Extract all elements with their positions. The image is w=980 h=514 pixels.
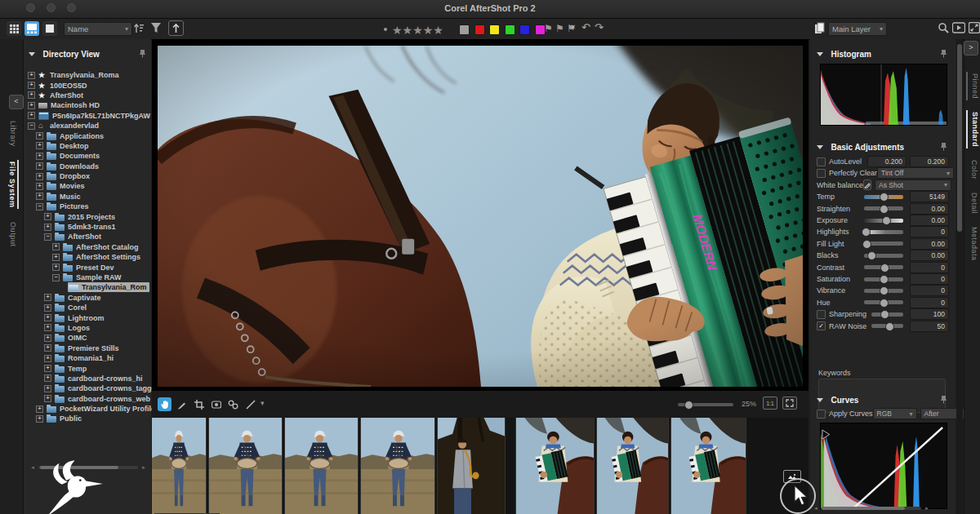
expand-toggle-icon[interactable]: + [28, 91, 35, 99]
fit-screen-icon[interactable] [782, 397, 797, 410]
checkbox[interactable] [817, 157, 826, 166]
expand-toggle-icon[interactable]: + [36, 183, 43, 190]
search-icon[interactable] [938, 22, 949, 38]
tree-item-logos[interactable]: +Logos [24, 323, 151, 333]
filter-icon[interactable] [150, 22, 162, 38]
highlights-slider[interactable] [864, 230, 903, 234]
star-icon[interactable]: ★ [403, 24, 413, 37]
hue-value[interactable]: 0 [910, 297, 949, 308]
fill-light-value[interactable]: 0.00 [910, 238, 949, 250]
tree-item-pocketwizard-utility-profiles[interactable]: +PocketWizard Utility Profiles [24, 404, 151, 414]
brush-tool-icon[interactable] [175, 397, 189, 411]
flag-pick-icon[interactable]: ⚑ [544, 23, 553, 34]
fill-light-slider-knob[interactable] [862, 240, 871, 249]
single-view-icon[interactable] [42, 21, 57, 36]
pin-icon[interactable] [940, 392, 947, 401]
saturation-slider[interactable] [864, 277, 903, 281]
highlights-value[interactable]: 0 [910, 226, 949, 237]
perfectly-clear-dropdown[interactable]: Tint Off▾ [877, 167, 954, 179]
panel-tab-metadata[interactable]: Metadata [967, 225, 979, 263]
scroll-left-icon[interactable]: ◄ [30, 465, 35, 470]
tools-chevron-down-icon[interactable]: ▾ [261, 399, 265, 407]
layers-icon[interactable] [814, 22, 825, 38]
tree-item-public[interactable]: +Public [24, 414, 151, 423]
flag-reject-icon[interactable]: ⚑ [555, 23, 564, 34]
contrast-value[interactable]: 0 [910, 262, 949, 273]
blacks-slider[interactable] [864, 254, 903, 258]
contrast-slider-knob[interactable] [880, 264, 889, 273]
expand-toggle-icon[interactable]: + [36, 193, 43, 200]
sharpening-value[interactable]: 100 [910, 308, 949, 320]
collapse-triangle-icon[interactable] [817, 398, 823, 402]
tree-item-aftershot[interactable]: −AfterShot [24, 232, 151, 241]
tree-item-oimc[interactable]: +OIMC [24, 333, 151, 343]
tree-item-sample-raw[interactable]: −Sample RAW [24, 273, 151, 282]
expand-toggle-icon[interactable]: + [52, 264, 60, 271]
scroll-right-icon[interactable]: ► [924, 506, 929, 511]
star-icon[interactable]: ★ [392, 24, 403, 37]
panel-collapse-button[interactable]: > [964, 41, 978, 55]
image-viewer[interactable]: MODERN [152, 39, 808, 390]
panel-tab-color[interactable]: Color [967, 158, 979, 181]
curves-channel-dropdown[interactable]: RGB▾ [873, 408, 917, 419]
expand-toggle-icon[interactable]: + [36, 162, 43, 170]
checkbox[interactable]: ✓ [817, 321, 826, 330]
fullscreen-icon[interactable] [969, 22, 980, 37]
star-icon[interactable]: ★ [433, 24, 443, 37]
color-swatch-2[interactable] [474, 24, 485, 35]
straighten-slider[interactable] [864, 206, 903, 210]
exposure-slider[interactable] [864, 219, 903, 223]
expand-toggle-icon[interactable]: + [44, 304, 51, 312]
curves-display[interactable] [820, 423, 947, 509]
star-icon[interactable]: ★ [423, 24, 434, 37]
tree-item-corel[interactable]: +Corel [24, 303, 151, 312]
vibrance-slider[interactable] [864, 289, 903, 293]
sharpening-slider-knob[interactable] [880, 310, 889, 319]
tree-item-music[interactable]: +Music [24, 192, 151, 202]
filmstrip-thumbnail-5-sax[interactable] [438, 418, 505, 514]
sidebar-tab-file-system[interactable]: File System [4, 160, 19, 210]
saturation-value[interactable]: 0 [910, 273, 949, 285]
tree-item-2015-projects[interactable]: +2015 Projects [24, 211, 151, 221]
vibrance-slider-knob[interactable] [880, 286, 889, 295]
zoom-slider[interactable] [678, 403, 733, 406]
raw-noise-slider-knob[interactable] [885, 322, 894, 331]
panel-tab-standard[interactable]: Standard [966, 110, 980, 148]
sidebar-tab-library[interactable]: Library [5, 119, 18, 148]
white-balance-dropdown[interactable]: As Shot▾ [875, 179, 951, 191]
crop-tool-icon[interactable] [192, 397, 206, 411]
tree-item-downloads[interactable]: +Downloads [24, 162, 151, 171]
expand-toggle-icon[interactable]: + [44, 324, 51, 331]
expand-toggle-icon[interactable]: + [28, 102, 35, 109]
tree-item-aftershot-catalog[interactable]: +AfterShot Catalog [24, 242, 151, 252]
eyedropper-icon[interactable] [863, 179, 871, 190]
contrast-slider[interactable] [864, 265, 903, 269]
scroll-right-icon[interactable]: ► [141, 465, 146, 470]
temp-slider[interactable] [864, 195, 903, 199]
expand-toggle-icon[interactable]: + [44, 374, 51, 382]
hue-slider[interactable] [864, 300, 903, 304]
tree-item-preset-dev[interactable]: +Preset Dev [24, 262, 151, 272]
undo-icon[interactable]: ↶ [581, 21, 590, 33]
expand-toggle-icon[interactable]: + [44, 294, 51, 301]
layer-selector-dropdown[interactable]: Main Layer▾ [828, 22, 887, 36]
collapse-triangle-icon[interactable] [29, 52, 35, 56]
autolevel-value-2[interactable]: 0.200 [910, 156, 949, 167]
panel-horizontal-scrollbar[interactable]: ◄ ► [813, 506, 929, 512]
tree-item-temp[interactable]: +Temp [24, 363, 151, 373]
export-icon[interactable] [168, 20, 184, 36]
flag-clear-icon[interactable]: ⚑✕ [567, 23, 576, 34]
redeye-tool-icon[interactable] [209, 397, 223, 411]
raw-noise-value[interactable]: 50 [910, 321, 949, 332]
clone-tool-icon[interactable] [226, 397, 240, 411]
straighten-tool-icon[interactable] [243, 397, 257, 411]
collapse-triangle-icon[interactable] [817, 52, 823, 56]
pin-icon[interactable] [940, 47, 947, 55]
panel-tab-detail[interactable]: Detail [967, 191, 979, 215]
hue-slider-knob[interactable] [880, 299, 889, 308]
expand-toggle-icon[interactable]: + [52, 243, 60, 250]
expand-toggle-icon[interactable]: + [44, 213, 51, 220]
expand-toggle-icon[interactable]: − [28, 122, 35, 130]
expand-toggle-icon[interactable]: + [28, 82, 35, 89]
fill-light-slider[interactable] [864, 241, 903, 246]
